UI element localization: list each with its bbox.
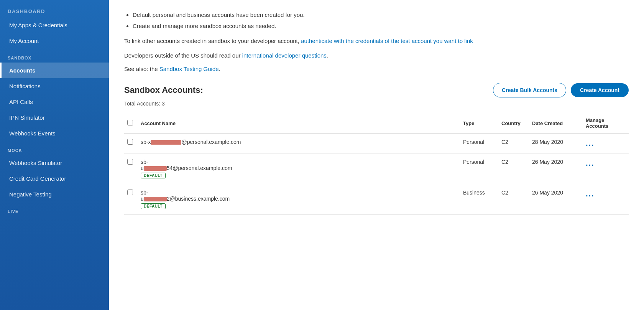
row2-manage-dots[interactable]: ... <box>586 159 595 167</box>
sidebar: DASHBOARD My Apps & Credentials My Accou… <box>0 0 109 310</box>
select-all-checkbox[interactable] <box>127 120 133 125</box>
sidebar-item-webhooks-events[interactable]: Webhooks Events <box>0 125 109 141</box>
row2-checkbox[interactable] <box>127 159 133 165</box>
row2-type: Personal <box>460 153 498 184</box>
header-manage-accounts: Manage Accounts <box>583 114 629 133</box>
row1-checkbox-cell <box>124 133 138 153</box>
international-link[interactable]: international developer questions <box>242 52 327 59</box>
row1-manage: ... <box>583 133 629 153</box>
table-header-row: Account Name Type Country Date Created M… <box>124 114 629 133</box>
row3-account-name: sb-u2@business.example.com DEFAULT <box>138 184 460 215</box>
create-account-button[interactable]: Create Account <box>571 83 629 97</box>
row3-default-badge: DEFAULT <box>141 203 166 209</box>
row3-manage-dots[interactable]: ... <box>586 190 595 198</box>
sidebar-item-negative-testing[interactable]: Negative Testing <box>0 186 109 202</box>
text-before-link: To link other accounts created in sandbo… <box>124 38 301 44</box>
create-bulk-accounts-button[interactable]: Create Bulk Accounts <box>493 83 566 97</box>
row2-checkbox-cell <box>124 153 138 184</box>
link-paragraph: To link other accounts created in sandbo… <box>124 36 629 46</box>
row2-redact <box>144 166 167 171</box>
row1-type: Personal <box>460 133 498 153</box>
sidebar-item-webhooks-simulator[interactable]: Webhooks Simulator <box>0 155 109 171</box>
row3-redact <box>144 197 167 201</box>
row1-date: 28 May 2020 <box>529 133 583 153</box>
row3-country: C2 <box>498 184 529 215</box>
row1-country: C2 <box>498 133 529 153</box>
table-body: sb-x@personal.example.com Personal C2 28… <box>124 133 629 215</box>
accounts-title: Sandbox Accounts: <box>124 85 203 95</box>
sidebar-item-accounts[interactable]: Accounts <box>0 63 109 78</box>
accounts-actions: Create Bulk Accounts Create Account <box>493 83 629 97</box>
table-head: Account Name Type Country Date Created M… <box>124 114 629 133</box>
see-also-text: See also: the <box>124 66 159 72</box>
header-checkbox-col <box>124 114 138 133</box>
main-content: Default personal and business accounts h… <box>109 0 644 310</box>
outside-us-after: . <box>327 52 328 59</box>
header-type: Type <box>460 114 498 133</box>
sandbox-label: SANDBOX <box>0 49 109 63</box>
row1-manage-dots[interactable]: ... <box>586 139 595 147</box>
sidebar-item-credit-card-generator[interactable]: Credit Card Generator <box>0 171 109 186</box>
row2-date: 26 May 2020 <box>529 153 583 184</box>
sidebar-item-my-account[interactable]: My Account <box>0 33 109 49</box>
header-date-created: Date Created <box>529 114 583 133</box>
row3-email: sb-u2@business.example.com <box>141 190 230 202</box>
row1-email: sb-x@personal.example.com <box>141 139 241 145</box>
row2-country: C2 <box>498 153 529 184</box>
authenticate-link[interactable]: authenticate with the credentials of the… <box>301 38 473 44</box>
table-row: sb-u2@business.example.com DEFAULT Busin… <box>124 184 629 215</box>
live-label: LIVE <box>0 202 109 216</box>
table-row: sb-u54@personal.example.com DEFAULT Pers… <box>124 153 629 184</box>
row1-account-name: sb-x@personal.example.com <box>138 133 460 153</box>
row3-manage: ... <box>583 184 629 215</box>
row2-default-badge: DEFAULT <box>141 173 166 178</box>
see-also-after: . <box>219 66 220 72</box>
info-list: Default personal and business accounts h… <box>124 11 629 30</box>
row3-type: Business <box>460 184 498 215</box>
sidebar-item-notifications[interactable]: Notifications <box>0 78 109 94</box>
row3-checkbox-cell <box>124 184 138 215</box>
row2-account-name: sb-u54@personal.example.com DEFAULT <box>138 153 460 184</box>
row3-date: 26 May 2020 <box>529 184 583 215</box>
total-accounts-text: Total Accounts: 3 <box>124 101 629 107</box>
info-bullet-2: Create and manage more sandbox accounts … <box>133 22 629 31</box>
row1-redact <box>151 140 181 145</box>
mock-label: MOCK <box>0 141 109 155</box>
see-also-paragraph: See also: the Sandbox Testing Guide. <box>124 66 629 72</box>
outside-us-text: Developers outside of the US should read… <box>124 52 242 59</box>
table-row: sb-x@personal.example.com Personal C2 28… <box>124 133 629 153</box>
row1-checkbox[interactable] <box>127 139 133 145</box>
outside-us-paragraph: Developers outside of the US should read… <box>124 51 629 60</box>
row2-manage: ... <box>583 153 629 184</box>
sidebar-item-my-apps[interactable]: My Apps & Credentials <box>0 17 109 33</box>
row2-email: sb-u54@personal.example.com <box>141 159 232 171</box>
row3-checkbox[interactable] <box>127 190 133 195</box>
accounts-table: Account Name Type Country Date Created M… <box>124 114 629 215</box>
sidebar-item-ipn-simulator[interactable]: IPN Simulator <box>0 110 109 125</box>
sidebar-item-api-calls[interactable]: API Calls <box>0 94 109 110</box>
header-account-name: Account Name <box>138 114 460 133</box>
accounts-header-row: Sandbox Accounts: Create Bulk Accounts C… <box>124 83 629 97</box>
dashboard-label: DASHBOARD <box>0 0 109 17</box>
sandbox-testing-guide-link[interactable]: Sandbox Testing Guide <box>159 66 219 72</box>
info-bullet-1: Default personal and business accounts h… <box>133 11 629 20</box>
header-country: Country <box>498 114 529 133</box>
